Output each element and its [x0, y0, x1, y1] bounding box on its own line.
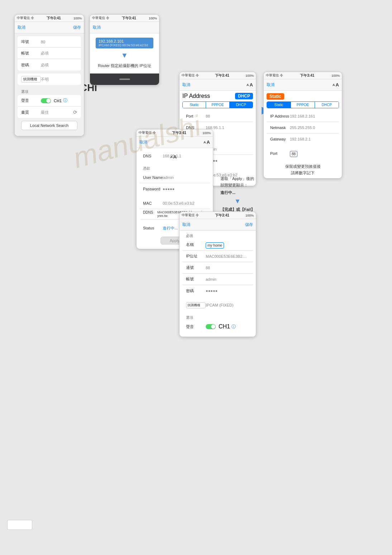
device3-cred-table: User Name admin Password ●●●●● — [139, 172, 210, 195]
device5-static-badge: Static — [267, 93, 284, 100]
device1-detect-table: 偵測機種 不明 — [18, 73, 81, 85]
device6-fields-table: 名稱 my home IP位址 MAC000E53E6E3B2.... 邊號 8… — [182, 239, 253, 297]
device6-pwd-label: 密碼 — [186, 288, 206, 294]
device1-quality-value: 最佳 — [41, 110, 73, 115]
floating-aa-large: A — [173, 154, 177, 160]
device6-back-btn[interactable]: 取消 — [182, 222, 190, 227]
device1-toggle[interactable] — [41, 98, 52, 103]
device6-toggle[interactable] — [206, 324, 217, 329]
device6-audio-label: 聲音 — [186, 324, 206, 329]
device5-static-tab[interactable]: Static — [267, 102, 291, 108]
device2-down-arrow: ▼ — [93, 50, 156, 61]
device6-name-label: 名稱 — [186, 242, 206, 247]
device1-navbar: 取消 儲存 — [15, 22, 84, 33]
device1-detect-label: 偵測機種 — [21, 76, 41, 82]
toggle-thumb — [46, 99, 51, 103]
device5-dhcp-tab[interactable]: DHCP — [315, 102, 339, 108]
device5-content: Static Static PPPOE DHCP IP Address 192.… — [264, 91, 342, 178]
device6-ch1-icon[interactable]: ⓘ — [231, 324, 236, 330]
device2-battery: 100% — [149, 16, 157, 20]
device3-password-value: ●●●●● — [163, 187, 206, 191]
device4-dns-value: 168.95.1.1 — [206, 125, 249, 130]
device4-port-label: Port — [186, 114, 206, 118]
apply-down-arrow: ▼ — [220, 196, 255, 207]
device1-table1: 埠號 80 帳號 必填 密碼 必填 — [18, 36, 81, 71]
device2-navbar: 取消 — [90, 22, 159, 33]
device2-back-btn[interactable]: 取消 — [93, 25, 101, 30]
device3-mac-row: MAC 00:0e:53:e6:e3:b2 — [139, 198, 210, 209]
device4-pppoe-tab[interactable]: PPPOE — [206, 102, 229, 108]
device5-segment[interactable]: Static PPPOE DHCP — [267, 101, 339, 108]
device1-time: 下午3:41 — [47, 16, 61, 21]
apply-note-line2: 狀態變更顯示： — [220, 182, 255, 189]
device2-carrier: 中華電信 令 — [92, 16, 109, 20]
device5-note-line1: 保留或變更預效值後 — [267, 163, 339, 170]
device5-netmask-row: Netmask 255.255.255.0 — [267, 122, 339, 133]
device2-ip-sub: IPCAM (FIXED) 00:0e:53:e6:e2:b2 — [99, 43, 150, 47]
device4-dhcp-tab[interactable]: DHCP — [230, 102, 253, 108]
aa-large: A — [250, 82, 253, 87]
device6-name-field[interactable]: my home — [206, 242, 249, 248]
device3-back-btn[interactable]: 取消 — [139, 139, 147, 145]
device6-ip-row: IP位址 MAC000E53E6E3B2.... — [182, 251, 253, 262]
device5-aa: A A — [333, 82, 339, 87]
device5-netmask-value: 255.255.255.0 — [290, 125, 335, 130]
device3-username-label: User Name — [143, 175, 163, 180]
device3-password-label: Password — [143, 187, 163, 191]
device2-home-indicator — [119, 79, 130, 80]
device5-gateway-value: 192.168.2.1 — [290, 137, 335, 141]
device6-battery: 100% — [245, 214, 254, 217]
device6-save-btn[interactable]: 儲存 — [245, 222, 253, 227]
device6-detect-row: 偵測機種 IPCAM (FIXED) — [182, 299, 253, 311]
device4-static-tab[interactable]: Static — [183, 102, 206, 108]
device6-account-row: 帳號 admin — [182, 274, 253, 285]
device2-time: 下午3:41 — [122, 16, 136, 21]
device3-navbar: 取消 A A — [137, 137, 213, 148]
device3-credentials-header: 憑款 — [139, 165, 210, 172]
device6-options-table: 聲音 CH1 ⓘ — [182, 321, 253, 332]
local-search-button[interactable]: Local Network Search — [21, 121, 77, 130]
device3-statusbar: 中華電信 令 下午3:41 100% — [137, 129, 213, 137]
device4-carrier: 中華電信 令 — [182, 73, 199, 78]
apply-running: 進行中... — [220, 190, 255, 196]
device5-frame: 中華電信 令 下午3:41 100% 取消 A A Static Static … — [263, 72, 342, 179]
small-rect — [7, 520, 32, 530]
device5-pppoe-tab[interactable]: PPPOE — [291, 102, 315, 108]
device1-detect-row: 偵測機種 不明 — [18, 73, 81, 85]
device1-quality-arrow[interactable]: ⟳ — [73, 109, 77, 115]
device4-statusbar: 中華電信 令 下午3:41 100% — [180, 72, 256, 79]
device1-back-btn[interactable]: 取消 — [18, 25, 25, 30]
device6-navbar: 取消 儲存 — [180, 219, 256, 231]
device6-pwd-row: 密碼 ●●●●● — [182, 285, 253, 297]
device6-name-input[interactable]: my home — [206, 242, 224, 248]
device5-gateway-row: Gateway 192.168.2.1 — [267, 133, 339, 145]
device5-port-input[interactable]: 88 — [290, 151, 297, 157]
device2-ip-highlight[interactable]: 192.168.2.101 IPCAM (FIXED) 00:0e:53:e6:… — [96, 38, 153, 48]
device5-statusbar: 中華電信 令 下午3:41 100% — [264, 72, 342, 79]
device4-back-btn[interactable]: 取消 — [182, 82, 190, 87]
device5-aa-small: A — [333, 83, 335, 87]
device5-port-label: Port — [270, 151, 290, 156]
device5-navbar: 取消 A A — [264, 79, 342, 91]
device5-time: 下午3:41 — [300, 73, 314, 78]
device6-port-row: 邊號 88 — [182, 262, 253, 274]
device3-time: 下午3:41 — [172, 131, 186, 136]
device4-segment[interactable]: Static PPPOE DHCP — [182, 101, 253, 108]
device1-content: 埠號 80 帳號 必填 密碼 必填 偵測機種 不明 選項 — [15, 33, 84, 136]
device1-pwd-row: 密碼 必填 — [18, 59, 81, 71]
toggle-track — [41, 98, 51, 103]
device4-port-value: 88 — [206, 114, 249, 118]
device6-toggle-track — [206, 324, 216, 329]
device1-save-btn[interactable]: 儲存 — [73, 25, 81, 30]
device3-dns-label: DNS — [143, 154, 163, 158]
device4-ip-label: IP Address — [182, 93, 210, 99]
device1-account-label: 帳號 — [21, 51, 41, 56]
device5-port-field[interactable]: 88 — [290, 150, 335, 157]
device1-pwd-value: 必填 — [41, 62, 77, 68]
device5-aa-large: A — [336, 82, 339, 87]
device1-ch1: CH1 — [54, 99, 62, 103]
device4-aa: A A — [247, 82, 253, 87]
device5-back-btn[interactable]: 取消 — [267, 82, 274, 87]
device4-dhcp-badge: DHCP — [235, 93, 253, 99]
device1-ch1-arrow[interactable]: ⓘ — [63, 98, 67, 104]
